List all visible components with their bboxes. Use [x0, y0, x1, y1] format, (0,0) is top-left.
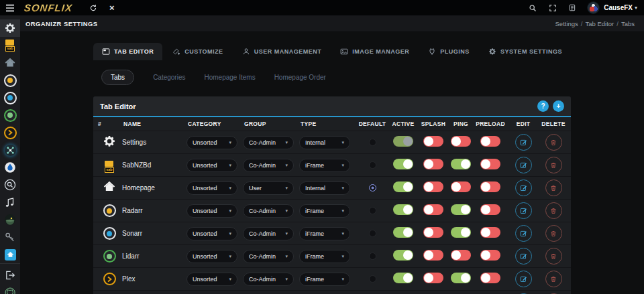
user-menu[interactable]: CauseFX ▾: [604, 4, 637, 11]
category-select[interactable]: Unsorted▾: [186, 204, 237, 218]
sidebar-item-music-note[interactable]: [0, 194, 20, 211]
splash-toggle[interactable]: [423, 204, 443, 215]
default-radio[interactable]: [369, 161, 376, 169]
splash-toggle[interactable]: [423, 181, 443, 192]
sidebar-item-lidarr[interactable]: [0, 106, 20, 124]
active-toggle[interactable]: [393, 273, 413, 283]
edit-button[interactable]: [515, 157, 532, 173]
active-toggle[interactable]: [393, 227, 413, 238]
edit-button[interactable]: [515, 248, 532, 265]
preload-toggle[interactable]: [480, 227, 500, 238]
sidebar-item-network-nodes[interactable]: [0, 141, 20, 159]
subtab-homepage-order[interactable]: Homepage Order: [274, 74, 326, 81]
search-icon[interactable]: [529, 4, 537, 12]
ping-toggle[interactable]: [451, 181, 471, 192]
default-radio[interactable]: [369, 207, 376, 214]
delete-button[interactable]: [545, 134, 562, 151]
preload-toggle[interactable]: [480, 273, 500, 283]
group-select[interactable]: Co-Admin▾: [243, 273, 294, 286]
sidebar-item-magnifier[interactable]: [0, 176, 20, 194]
group-select[interactable]: Co-Admin▾: [243, 136, 294, 149]
category-select[interactable]: Unsorted▾: [186, 273, 237, 286]
sidebar-item-radarr[interactable]: [0, 72, 20, 89]
ping-toggle[interactable]: [451, 159, 471, 169]
fullscreen-icon[interactable]: [549, 4, 557, 12]
sidebar-item-sonarr[interactable]: [0, 89, 20, 106]
ping-toggle[interactable]: [451, 273, 471, 283]
app-logo[interactable]: SONFLIX: [23, 2, 73, 13]
delete-button[interactable]: [545, 271, 562, 287]
active-toggle[interactable]: [393, 204, 413, 215]
default-radio[interactable]: [369, 230, 376, 237]
subtab-categories[interactable]: Categories: [153, 74, 185, 81]
edit-button[interactable]: [515, 202, 532, 219]
avatar[interactable]: [587, 1, 600, 14]
tab-user-management[interactable]: USER MANAGEMENT: [233, 43, 331, 60]
category-select[interactable]: Unsorted▾: [186, 136, 237, 149]
delete-button[interactable]: [545, 179, 562, 196]
ping-toggle[interactable]: [451, 136, 471, 147]
sidebar-item-github[interactable]: [0, 284, 20, 294]
category-select[interactable]: Unsorted▾: [186, 181, 237, 195]
delete-button[interactable]: [545, 225, 562, 242]
preload-toggle[interactable]: [480, 181, 500, 192]
tab-customize[interactable]: CUSTOMIZE: [164, 43, 231, 60]
type-select[interactable]: Internal▾: [299, 136, 350, 149]
splash-toggle[interactable]: [423, 159, 443, 169]
sidebar-item-house[interactable]: [0, 54, 20, 72]
tab-tab-editor[interactable]: TAB EDITOR: [93, 43, 162, 60]
note-icon[interactable]: [569, 4, 576, 11]
splash-toggle[interactable]: [423, 136, 443, 147]
breadcrumb-link-tab-editor[interactable]: Tab Editor: [586, 20, 614, 27]
default-radio[interactable]: [369, 252, 376, 260]
refresh-icon[interactable]: [89, 4, 97, 12]
delete-button[interactable]: [545, 248, 562, 265]
type-select[interactable]: iFrame▾: [299, 273, 350, 286]
type-select[interactable]: iFrame▾: [299, 159, 350, 172]
splash-toggle[interactable]: [423, 250, 443, 261]
group-select[interactable]: Co-Admin▾: [243, 250, 294, 263]
subtab-tabs[interactable]: Tabs: [101, 70, 134, 85]
ping-toggle[interactable]: [451, 227, 471, 238]
ping-toggle[interactable]: [451, 204, 471, 215]
tab-plugins[interactable]: PLUGINS: [419, 43, 478, 60]
close-icon[interactable]: ×: [109, 3, 115, 13]
edit-button[interactable]: [515, 179, 532, 196]
group-select[interactable]: Co-Admin▾: [243, 159, 294, 172]
preload-toggle[interactable]: [480, 204, 500, 215]
breadcrumb-link-settings[interactable]: Settings: [555, 20, 578, 27]
group-select[interactable]: User▾: [243, 181, 294, 195]
sidebar-item-logout[interactable]: [0, 267, 20, 284]
help-button[interactable]: ?: [537, 100, 549, 112]
type-select[interactable]: iFrame▾: [299, 227, 350, 240]
edit-button[interactable]: [515, 271, 532, 287]
default-radio[interactable]: [369, 275, 376, 283]
sidebar-item-dish[interactable]: [0, 211, 20, 228]
active-toggle[interactable]: [393, 181, 413, 192]
sidebar-item-water-drop[interactable]: [0, 159, 20, 176]
breadcrumb-link-tabs[interactable]: Tabs: [621, 20, 635, 27]
category-select[interactable]: Unsorted▾: [186, 227, 237, 240]
group-select[interactable]: Co-Admin▾: [243, 204, 294, 218]
active-toggle[interactable]: [393, 136, 413, 147]
group-select[interactable]: Co-Admin▾: [243, 227, 294, 240]
tab-image-manager[interactable]: IMAGE MANAGER: [331, 43, 418, 60]
menu-icon[interactable]: [0, 4, 20, 12]
default-radio[interactable]: [369, 139, 376, 146]
edit-button[interactable]: [515, 225, 532, 242]
subtab-homepage-items[interactable]: Homepage Items: [204, 74, 255, 81]
category-select[interactable]: Unsorted▾: [186, 250, 237, 263]
sidebar-item-key[interactable]: [0, 228, 20, 246]
active-toggle[interactable]: [393, 159, 413, 169]
default-radio[interactable]: [369, 184, 376, 192]
delete-button[interactable]: [545, 157, 562, 173]
add-tab-button[interactable]: +: [553, 100, 564, 112]
sidebar-item-sab[interactable]: sab: [0, 37, 20, 54]
preload-toggle[interactable]: [480, 250, 500, 261]
ping-toggle[interactable]: [451, 250, 471, 261]
active-toggle[interactable]: [393, 250, 413, 261]
preload-toggle[interactable]: [480, 136, 500, 147]
type-select[interactable]: iFrame▾: [299, 250, 350, 263]
edit-button[interactable]: [515, 134, 532, 151]
sidebar-item-blue-house[interactable]: [0, 246, 20, 263]
